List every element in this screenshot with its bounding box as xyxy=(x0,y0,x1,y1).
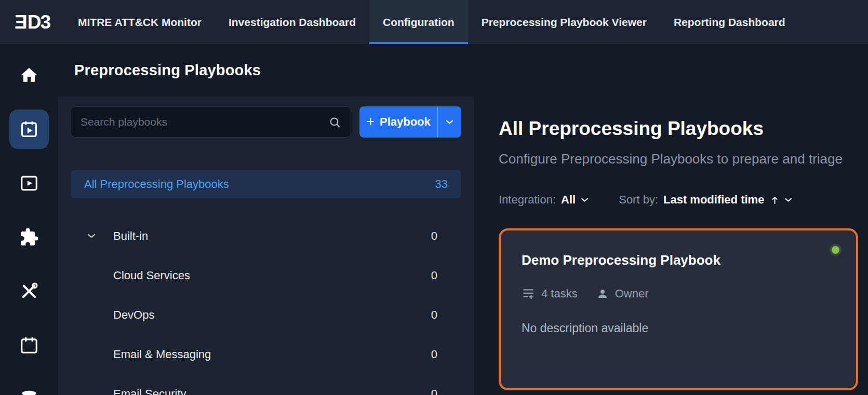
owner-meta: Owner xyxy=(596,287,649,301)
main-heading: All Preprocessing Playbooks xyxy=(499,118,868,140)
tree-item-count: 0 xyxy=(431,308,437,322)
add-playbook-button[interactable]: + Playbook xyxy=(359,106,461,138)
sort-dropdown[interactable]: Sort by: Last modified time xyxy=(619,193,792,207)
main-content: All Preprocessing Playbooks Configure Pr… xyxy=(474,44,868,395)
data-management-button[interactable] xyxy=(9,379,49,395)
tree-item-built-in[interactable]: Built-in 0 xyxy=(71,216,461,256)
playbook-card-meta: 4 tasks Owner xyxy=(522,287,835,301)
page-header: Preprocessing Playbooks xyxy=(74,44,261,96)
icon-sidebar xyxy=(0,44,58,395)
home-icon xyxy=(19,65,39,85)
tab-preprocessing-playbook-viewer[interactable]: Preprocessing Playbook Viewer xyxy=(468,0,660,44)
playbook-card-description: No description available xyxy=(522,321,835,335)
utilities-button[interactable] xyxy=(9,271,49,311)
playbook-list-panel: + Playbook All Preprocessing Playbooks 3… xyxy=(58,96,474,395)
tree-item-label: Built-in xyxy=(113,229,431,243)
integration-filter-label: Integration: xyxy=(499,193,556,207)
search-icon xyxy=(328,116,341,129)
tree-item-email-messaging[interactable]: Email & Messaging 0 xyxy=(71,335,461,374)
tree-item-count: 0 xyxy=(431,269,437,282)
tree-item-label: DevOps xyxy=(113,308,431,322)
sort-value: Last modified time xyxy=(663,193,764,207)
sort-label: Sort by: xyxy=(619,193,658,207)
tools-icon xyxy=(19,281,39,301)
schedule-button[interactable] xyxy=(9,325,49,365)
list-item-count: 33 xyxy=(435,178,448,191)
top-nav-bar: ED3 MITRE ATT&CK Monitor Investigation D… xyxy=(0,0,868,44)
tab-mitre-attck-monitor[interactable]: MITRE ATT&CK Monitor xyxy=(64,0,215,44)
playbook-icon xyxy=(19,119,39,139)
add-playbook-label: Playbook xyxy=(380,115,431,129)
chevron-down-icon xyxy=(446,120,453,125)
playbook-viewer-button[interactable] xyxy=(9,164,49,203)
filter-bar: Integration: All Sort by: Last modified … xyxy=(499,193,868,207)
main-subheading: Configure Preprocessing Playbooks to pre… xyxy=(499,151,868,167)
tree-item-label: Email & Messaging xyxy=(113,348,431,361)
chevron-down-icon[interactable] xyxy=(87,234,113,239)
playbook-card-title: Demo Preprocessing Playbook xyxy=(522,252,835,268)
page-title: Preprocessing Playbooks xyxy=(74,62,261,79)
chevron-down-icon xyxy=(581,198,589,202)
playbook-card-demo-preprocessing-playbook[interactable]: Demo Preprocessing Playbook 4 tasks xyxy=(499,228,858,390)
home-button[interactable] xyxy=(9,56,49,95)
tree-item-count: 0 xyxy=(431,348,437,361)
tree-item-email-security[interactable]: Email Security 0 xyxy=(71,374,461,395)
list-item-label: All Preprocessing Playbooks xyxy=(84,178,229,191)
tasks-icon xyxy=(522,287,535,301)
calendar-icon xyxy=(19,335,39,355)
add-playbook-dropdown-button[interactable] xyxy=(437,106,461,138)
tree-item-label: Cloud Services xyxy=(113,269,431,282)
tree-item-devops[interactable]: DevOps 0 xyxy=(71,295,461,335)
tree-item-cloud-services[interactable]: Cloud Services 0 xyxy=(71,256,461,295)
chevron-down-icon xyxy=(784,198,792,202)
tab-reporting-dashboard[interactable]: Reporting Dashboard xyxy=(660,0,799,44)
sort-ascending-icon[interactable] xyxy=(771,196,778,205)
tab-investigation-dashboard[interactable]: Investigation Dashboard xyxy=(215,0,369,44)
plus-icon: + xyxy=(366,115,375,129)
d3-logo[interactable]: ED3 xyxy=(16,0,50,44)
tree-item-label: Email Security xyxy=(113,387,431,395)
d3-logo-text: D3 xyxy=(28,11,50,33)
puzzle-icon xyxy=(19,227,39,247)
preprocessing-playbooks-button[interactable] xyxy=(9,110,49,149)
integration-filter-dropdown[interactable]: Integration: All xyxy=(499,193,589,207)
video-play-icon xyxy=(19,173,39,193)
person-icon xyxy=(596,288,609,300)
tasks-meta: 4 tasks xyxy=(522,287,578,301)
tasks-count-label: 4 tasks xyxy=(541,287,578,301)
list-item-all-preprocessing-playbooks[interactable]: All Preprocessing Playbooks 33 xyxy=(71,170,461,198)
integration-filter-value: All xyxy=(561,193,576,207)
owner-label: Owner xyxy=(615,287,649,301)
tab-configuration[interactable]: Configuration xyxy=(369,0,468,44)
integrations-button[interactable] xyxy=(9,217,49,257)
d3-logo-mark: E xyxy=(16,11,28,33)
status-dot-icon xyxy=(832,246,839,254)
tree-item-count: 0 xyxy=(431,229,437,243)
database-icon xyxy=(19,389,39,395)
tree-item-count: 0 xyxy=(431,387,437,395)
search-box xyxy=(71,106,351,138)
category-tree: Built-in 0 Cloud Services 0 DevOps 0 Ema… xyxy=(71,216,461,395)
search-input[interactable] xyxy=(81,116,328,128)
